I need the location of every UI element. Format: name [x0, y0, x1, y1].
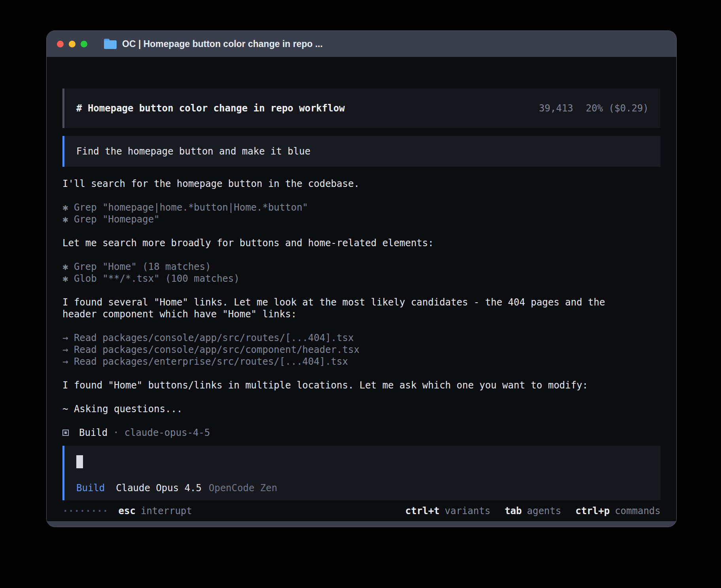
minimize-button[interactable]: [69, 41, 75, 47]
text-line: → Read packages/console/app/src/routes/[…: [62, 332, 661, 344]
zoom-button[interactable]: [81, 41, 87, 47]
text-line: → Read packages/enterprise/src/routes/[.…: [62, 356, 661, 368]
assistant-text-block: I found several "Home" links. Let me loo…: [62, 296, 661, 320]
session-stats: 39,41320% ($0.29): [493, 92, 649, 125]
assistant-text-block: ~ Asking questions...: [62, 403, 661, 415]
shortcut-key: ctrl+t: [405, 505, 440, 517]
tool-call-block: ✱ Grep "homepage|home.*button|Home.*butt…: [62, 202, 661, 225]
input-model: Claude Opus 4.5: [116, 482, 202, 494]
shortcut-key: tab: [505, 505, 522, 517]
assistant-text-block: I found "Home" buttons/links in multiple…: [62, 379, 661, 391]
text-line: I found several "Home" links. Let me loo…: [62, 296, 661, 308]
input-box[interactable]: Build Claude Opus 4.5 OpenCode Zen: [62, 446, 661, 500]
text-line: Let me search more broadly for buttons a…: [62, 237, 661, 249]
agent-model: claude-opus-4-5: [125, 427, 210, 438]
shortcut-hint: ctrl+pcommands: [576, 505, 661, 517]
shortcut-label: variants: [445, 505, 491, 517]
assistant-text-block: Let me search more broadly for buttons a…: [62, 237, 661, 249]
shortcut-label: agents: [527, 505, 561, 517]
window-title: OC | Homepage button color change in rep…: [122, 39, 323, 49]
model-row: Build Claude Opus 4.5 OpenCode Zen: [76, 482, 649, 494]
esc-label: interrupt: [141, 505, 192, 517]
text-line: header component which have "Home" links…: [62, 308, 661, 320]
token-count: 39,413: [539, 103, 573, 114]
text-line: ✱ Grep "Home" (18 matches): [62, 261, 661, 273]
agent-square-icon: [62, 430, 69, 436]
text-line: ✱ Glob "**/*.tsx" (100 matches): [62, 273, 661, 285]
input-mode: Build: [76, 482, 105, 494]
input-provider: OpenCode Zen: [209, 482, 277, 494]
conversation: I'll search for the homepage button in t…: [62, 178, 661, 427]
session-header: # Homepage button color change in repo w…: [62, 89, 661, 128]
user-message-text: Find the homepage button and make it blu…: [76, 146, 310, 157]
status-bar-left: ········ esc interrupt: [62, 505, 192, 517]
user-message: Find the homepage button and make it blu…: [62, 136, 661, 167]
status-bar: ········ esc interrupt ctrl+tvariantstab…: [62, 505, 661, 517]
shortcut-hint: tabagents: [505, 505, 561, 517]
text-line: ✱ Grep "Homepage": [62, 213, 661, 225]
spinner-dots: ········: [62, 505, 108, 517]
text-cursor: [76, 455, 83, 468]
agent-separator: ·: [113, 427, 119, 438]
session-title: # Homepage button color change in repo w…: [76, 103, 345, 114]
shortcut-hint: ctrl+tvariants: [405, 505, 490, 517]
text-line: I found "Home" buttons/links in multiple…: [62, 379, 661, 391]
titlebar: OC | Homepage button color change in rep…: [47, 31, 676, 57]
esc-key: esc: [119, 505, 136, 517]
text-line: ✱ Grep "homepage|home.*button|Home.*butt…: [62, 202, 661, 213]
tool-call-block: ✱ Grep "Home" (18 matches)✱ Glob "**/*.t…: [62, 261, 661, 285]
text-line: → Read packages/console/app/src/componen…: [62, 344, 661, 356]
text-line: I'll search for the homepage button in t…: [62, 178, 661, 190]
terminal-content: # Homepage button color change in repo w…: [47, 57, 676, 521]
status-bar-right: ctrl+tvariantstabagentsctrl+pcommands: [405, 505, 661, 517]
close-button[interactable]: [57, 41, 64, 47]
text-line: ~ Asking questions...: [62, 403, 661, 415]
desktop: { "window": { "title": "OC | Homepage bu…: [0, 0, 721, 588]
terminal-window: OC | Homepage button color change in rep…: [46, 30, 677, 527]
agent-status: Build · claude-opus-4-5: [62, 427, 661, 439]
shortcut-key: ctrl+p: [576, 505, 610, 517]
folder-icon: [104, 39, 117, 49]
assistant-text-block: I'll search for the homepage button in t…: [62, 178, 661, 190]
shortcut-label: commands: [615, 505, 661, 517]
context-cost: 20% ($0.29): [586, 103, 649, 114]
agent-name: Build: [79, 427, 108, 438]
tool-call-block: → Read packages/console/app/src/routes/[…: [62, 332, 661, 368]
window-controls: [57, 41, 87, 47]
